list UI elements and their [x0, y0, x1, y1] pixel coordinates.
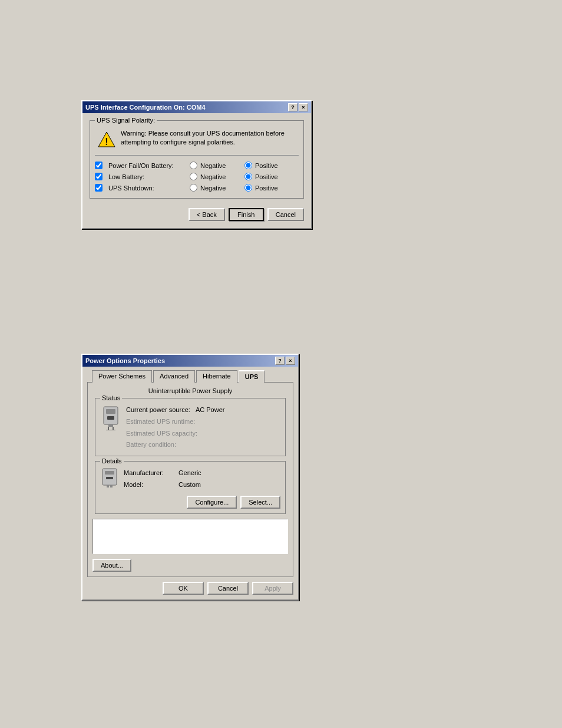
apply-button[interactable]: Apply [252, 582, 293, 595]
details-buttons: Configure... Select... [100, 496, 280, 509]
dialog1-title: UPS Interface Configuration On: COM4 [85, 104, 206, 111]
low-battery-row: Low Battery: Negative Positive [95, 171, 299, 182]
current-power-value: AC Power [196, 406, 225, 413]
title-bar-buttons-1: ? × [288, 103, 308, 111]
model-label: Model: [124, 479, 177, 491]
svg-rect-3 [106, 409, 115, 414]
ups-shutdown-positive-label: Positive [244, 184, 278, 192]
title-bar-2: Power Options Properties ? × [82, 355, 298, 367]
ups-config-dialog: UPS Interface Configuration On: COM4 ? ×… [81, 100, 312, 229]
power-options-dialog: Power Options Properties ? × Power Schem… [81, 354, 299, 601]
manufacturer-row: Manufacturer: Generic [124, 467, 280, 479]
tab-ups[interactable]: UPS [239, 370, 265, 383]
low-battery-negative-radio[interactable] [190, 173, 197, 180]
svg-rect-6 [111, 424, 113, 427]
dialog2-buttons: OK Cancel Apply [87, 582, 293, 595]
power-fail-label: Power Fail/On Battery: [108, 162, 185, 169]
title-bar-buttons-2: ? × [275, 357, 295, 365]
signal-polarity-title: UPS Signal Polarity: [95, 117, 157, 124]
warning-icon: ! [97, 130, 116, 150]
svg-rect-4 [107, 416, 114, 420]
estimated-capacity-label: Estimated UPS capacity: [126, 430, 197, 437]
separator-1 [95, 155, 299, 156]
svg-rect-13 [106, 477, 113, 479]
details-content: Manufacturer: Generic Model: Custom [100, 464, 280, 491]
select-button[interactable]: Select... [240, 496, 280, 509]
ups-shutdown-negative-radio[interactable] [190, 184, 197, 192]
about-button[interactable]: About... [92, 559, 131, 572]
ups-tab-content: Uninterruptible Power Supply Status [87, 382, 293, 577]
low-battery-positive-label: Positive [244, 173, 278, 180]
power-fail-row: Power Fail/On Battery: Negative Positive [95, 160, 299, 171]
low-battery-label: Low Battery: [108, 173, 185, 180]
svg-rect-15 [110, 485, 113, 487]
finish-button[interactable]: Finish [229, 208, 264, 221]
estimated-capacity-row: Estimated UPS capacity: [126, 428, 224, 440]
current-power-label: Current power source: [126, 406, 190, 413]
warning-row: ! Warning: Please consult your UPS docum… [97, 129, 296, 150]
help-button-2[interactable]: ? [275, 357, 285, 365]
back-button[interactable]: < Back [189, 208, 225, 221]
manufacturer-label: Manufacturer: [124, 467, 177, 479]
low-battery-checkbox[interactable] [95, 173, 103, 180]
signal-polarity-group: UPS Signal Polarity: ! Warning: Please c… [90, 120, 304, 199]
power-fail-positive-label: Positive [244, 162, 278, 169]
battery-condition-row: Battery condition: [126, 439, 224, 451]
ups-shutdown-positive-radio[interactable] [244, 184, 252, 192]
status-group: Status [95, 398, 286, 456]
ups-device-icon [100, 467, 119, 490]
power-fail-checkbox[interactable] [95, 162, 103, 169]
dialog2-content: Power Schemes Advanced Hibernate UPS Uni… [82, 367, 298, 599]
warning-text: Warning: Please consult your UPS documen… [121, 129, 296, 147]
close-button-2[interactable]: × [286, 357, 295, 365]
low-battery-negative-label: Negative [190, 173, 240, 180]
model-value: Custom [178, 481, 201, 488]
title-bar-1: UPS Interface Configuration On: COM4 ? × [82, 101, 311, 113]
power-fail-negative-radio[interactable] [190, 162, 197, 169]
details-group: Details [95, 461, 286, 514]
ups-shutdown-checkbox[interactable] [95, 184, 103, 192]
cancel-button-2[interactable]: Cancel [207, 582, 249, 595]
dialog1-content: UPS Signal Polarity: ! Warning: Please c… [82, 113, 311, 228]
ups-shutdown-row: UPS Shutdown: Negative Positive [95, 182, 299, 193]
about-row: About... [92, 559, 288, 572]
ups-shutdown-label: UPS Shutdown: [108, 185, 185, 192]
svg-text:!: ! [105, 137, 108, 147]
dialog2-title: Power Options Properties [85, 357, 165, 364]
tab-advanced[interactable]: Advanced [153, 370, 195, 383]
svg-rect-5 [108, 424, 111, 427]
status-content: Current power source: AC Power Estimated… [100, 401, 280, 451]
battery-condition-label: Battery condition: [126, 441, 176, 448]
ups-shutdown-negative-label: Negative [190, 184, 240, 192]
estimated-runtime-label: Estimated UPS runtime: [126, 418, 195, 425]
tab-hibernate[interactable]: Hibernate [196, 370, 237, 383]
svg-rect-12 [105, 471, 114, 475]
svg-rect-14 [107, 485, 109, 487]
configure-button[interactable]: Configure... [187, 496, 237, 509]
low-battery-positive-radio[interactable] [244, 173, 252, 180]
details-fields: Manufacturer: Generic Model: Custom [124, 467, 280, 491]
status-fields: Current power source: AC Power Estimated… [126, 404, 224, 451]
help-button-1[interactable]: ? [288, 103, 297, 111]
ups-status-icon [100, 404, 121, 431]
model-row: Model: Custom [124, 479, 280, 491]
tab-power-schemes[interactable]: Power Schemes [92, 370, 152, 383]
current-power-row: Current power source: AC Power [126, 404, 224, 416]
details-group-title: Details [100, 457, 124, 465]
tab-bar: Power Schemes Advanced Hibernate UPS [87, 370, 293, 383]
manufacturer-value: Generic [178, 469, 201, 476]
section-title: Uninterruptible Power Supply [92, 387, 288, 394]
estimated-runtime-row: Estimated UPS runtime: [126, 416, 224, 428]
ok-button[interactable]: OK [163, 582, 204, 595]
info-text-box [92, 519, 288, 554]
dialog1-buttons: < Back Finish Cancel [87, 208, 306, 223]
power-fail-negative-label: Negative [190, 162, 240, 169]
cancel-button-1[interactable]: Cancel [267, 208, 304, 221]
power-fail-positive-radio[interactable] [244, 162, 252, 169]
close-button-1[interactable]: × [299, 103, 308, 111]
status-group-title: Status [100, 394, 122, 401]
